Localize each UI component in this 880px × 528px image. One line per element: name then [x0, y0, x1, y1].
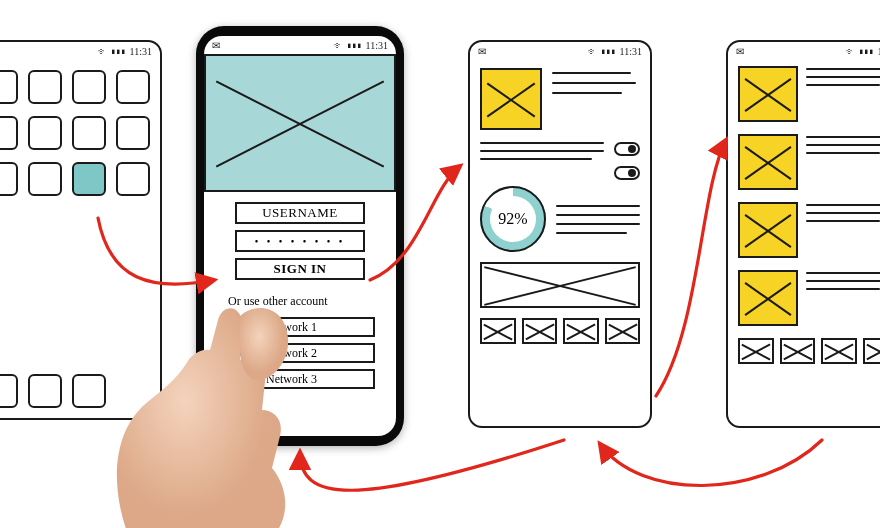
- toggle-switch[interactable]: [614, 166, 640, 180]
- feed-thumb: [738, 202, 798, 258]
- heading-lines: [552, 68, 640, 130]
- hero-image-placeholder: [204, 54, 396, 192]
- status-bar: ✉ ᯤ ▮▮▮11:31: [0, 42, 160, 60]
- wireframe-profile-dashboard: ✉ ᯤ ▮▮▮11:31 92%: [468, 40, 652, 428]
- username-field[interactable]: USERNAME: [235, 202, 365, 224]
- dock-icon[interactable]: [28, 374, 62, 408]
- app-icon[interactable]: [116, 116, 150, 150]
- mail-icon: ✉: [212, 40, 220, 51]
- bottom-nav-thumbs: [470, 312, 650, 354]
- signal-icon: ᯤ ▮▮▮: [334, 40, 362, 51]
- nav-thumb[interactable]: [480, 318, 516, 344]
- nav-thumb[interactable]: [522, 318, 558, 344]
- nav-thumb[interactable]: [738, 338, 774, 364]
- password-field[interactable]: • • • • • • • •: [235, 230, 365, 252]
- feed-text: [806, 66, 880, 86]
- mail-icon: ✉: [736, 46, 744, 57]
- app-icon[interactable]: [116, 162, 150, 196]
- app-icon[interactable]: [72, 70, 106, 104]
- paragraph-lines: [480, 142, 604, 160]
- wireframe-feed-list: ✉ ᯤ ▮▮▮11:31: [726, 40, 880, 428]
- app-icon[interactable]: [0, 116, 18, 150]
- signal-icon: ᯤ ▮▮▮: [98, 46, 126, 57]
- clock-text: 11:31: [130, 46, 152, 57]
- app-icon[interactable]: [72, 116, 106, 150]
- dock-icon[interactable]: [0, 374, 18, 408]
- bottom-nav-thumbs: [728, 332, 880, 374]
- signal-icon: ᯤ ▮▮▮: [846, 46, 874, 57]
- progress-gauge: 92%: [480, 186, 546, 252]
- app-icon-grid: [0, 60, 160, 206]
- app-icon[interactable]: [28, 162, 62, 196]
- app-icon[interactable]: [28, 70, 62, 104]
- clock-text: 11:31: [366, 40, 388, 51]
- feed-row[interactable]: [728, 128, 880, 196]
- mail-icon: ✉: [478, 46, 486, 57]
- gauge-value: 92%: [480, 186, 546, 252]
- paragraph-lines: [556, 205, 640, 234]
- status-bar: ✉ ᯤ ▮▮▮11:31: [470, 42, 650, 60]
- banner-image-placeholder: [480, 262, 640, 308]
- app-icon[interactable]: [28, 116, 62, 150]
- app-icon[interactable]: [0, 162, 18, 196]
- feed-thumb: [738, 66, 798, 122]
- clock-text: 11:31: [620, 46, 642, 57]
- toggle-switch[interactable]: [614, 142, 640, 156]
- status-bar: ✉ ᯤ ▮▮▮11:31: [204, 36, 396, 54]
- app-icon[interactable]: [116, 70, 150, 104]
- nav-thumb[interactable]: [863, 338, 881, 364]
- signal-icon: ᯤ ▮▮▮: [588, 46, 616, 57]
- app-icon-selected[interactable]: [72, 162, 106, 196]
- nav-thumb[interactable]: [821, 338, 857, 364]
- feed-row[interactable]: [728, 196, 880, 264]
- hand-photo: [90, 260, 350, 528]
- nav-thumb[interactable]: [563, 318, 599, 344]
- feed-thumb: [738, 134, 798, 190]
- feed-row[interactable]: [728, 264, 880, 332]
- app-icon[interactable]: [0, 70, 18, 104]
- nav-thumb[interactable]: [605, 318, 641, 344]
- avatar-placeholder: [480, 68, 542, 130]
- feed-row[interactable]: [728, 60, 880, 128]
- status-bar: ✉ ᯤ ▮▮▮11:31: [728, 42, 880, 60]
- nav-thumb[interactable]: [780, 338, 816, 364]
- feed-thumb: [738, 270, 798, 326]
